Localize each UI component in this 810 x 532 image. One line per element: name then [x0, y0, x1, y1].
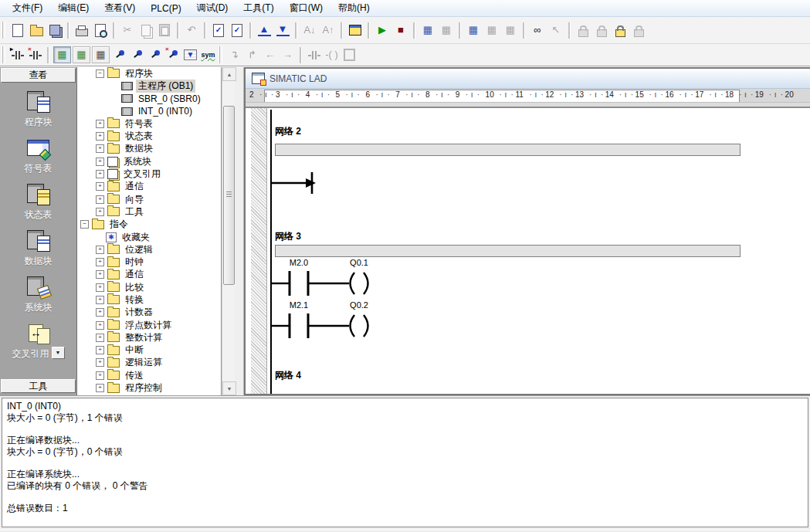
scrollbar-thumb[interactable]	[223, 106, 235, 285]
tree-item-24[interactable]: +传送	[77, 369, 221, 381]
run-mode[interactable]: ▶	[373, 21, 391, 39]
expand-expander[interactable]: +	[96, 358, 104, 367]
next-bookmark[interactable]	[128, 46, 146, 63]
tree-item-9[interactable]: +通信	[77, 181, 221, 193]
scroll-up-arrow[interactable]: ▲	[222, 67, 236, 81]
tree-item-17[interactable]: +比较	[77, 281, 221, 293]
tree-item-5[interactable]: +状态表	[77, 130, 221, 142]
network-2-comment[interactable]	[275, 144, 741, 156]
expand-expander[interactable]: +	[96, 334, 104, 342]
menu-plc[interactable]: PLC(P)	[143, 2, 188, 15]
sidebar-item-4[interactable]: 数据块	[0, 230, 76, 268]
tree-item-4[interactable]: +符号表	[77, 117, 221, 130]
expand-expander[interactable]: +	[96, 270, 104, 279]
menu-debug[interactable]: 调试(D)	[189, 0, 236, 16]
expand-expander[interactable]: +	[96, 132, 104, 141]
download[interactable]: ▼	[273, 21, 292, 39]
view-symbol-info-table[interactable]: ▦	[92, 46, 110, 63]
tree-item-16[interactable]: +通信	[77, 269, 221, 281]
delete-network[interactable]: ×	[26, 46, 44, 63]
rung-1[interactable]: M2.0 Q0.1	[271, 255, 456, 300]
sidebar-item-6[interactable]: ↔交叉引用▼	[0, 323, 76, 361]
symbolic-addressing[interactable]: sym	[199, 46, 217, 63]
expand-expander[interactable]: +	[96, 321, 104, 330]
lad-canvas[interactable]: 网络 2 网络 3 M2.0 Q0.1	[246, 108, 810, 394]
view-pou-comments[interactable]: ▦	[53, 46, 71, 63]
sidebar-item-5[interactable]: 系统块	[0, 276, 76, 314]
tree-item-18[interactable]: +转换	[77, 293, 221, 306]
menu-edit[interactable]: 编辑(E)	[50, 0, 97, 16]
tree-item-6[interactable]: +数据块	[77, 143, 221, 155]
tools-bar-header[interactable]: 工具	[1, 379, 76, 393]
collapse-expander[interactable]: −	[96, 69, 104, 78]
view-status-glasses[interactable]: ∞	[528, 21, 547, 39]
rung-2[interactable]: M2.1 Q0.2	[271, 297, 456, 342]
sidebar-item-1[interactable]: 程序块	[0, 91, 76, 129]
tree-item-0[interactable]: −程序块	[77, 67, 221, 80]
tree-item-2[interactable]: SBR_0 (SBR0)	[77, 93, 221, 105]
apply-symbols[interactable]: ▼	[181, 46, 199, 63]
options[interactable]	[346, 21, 364, 39]
tree-item-20[interactable]: +浮点数计算	[77, 319, 221, 331]
tree-item-21[interactable]: +整数计算	[77, 331, 221, 344]
pane-splitter[interactable]	[235, 67, 244, 395]
chart-status[interactable]: ▦	[464, 21, 483, 39]
open-file[interactable]	[27, 21, 46, 39]
expand-expander[interactable]: +	[96, 144, 104, 153]
tree-item-7[interactable]: +系统块	[77, 155, 221, 168]
expand-expander[interactable]: +	[96, 308, 104, 317]
compile[interactable]: ✓	[209, 21, 228, 39]
tree-item-11[interactable]: +工具	[77, 205, 221, 218]
sidebar-item-2[interactable]: 符号表	[0, 137, 76, 175]
tree-item-3[interactable]: INT_0 (INT0)	[77, 105, 221, 117]
tree-item-25[interactable]: +程序控制	[77, 381, 221, 394]
stop-mode[interactable]: ■	[391, 21, 410, 39]
expand-expander[interactable]: +	[96, 182, 104, 191]
expand-expander[interactable]: +	[96, 246, 104, 254]
tree-item-12[interactable]: −指令	[77, 219, 221, 231]
tree-scrollbar[interactable]: ▲ ▼	[222, 67, 235, 395]
insert-network[interactable]: ▸	[8, 46, 26, 63]
expand-expander[interactable]: +	[96, 158, 104, 166]
expand-expander[interactable]: +	[96, 296, 104, 304]
sidebar-item-3[interactable]: 状态表	[0, 184, 76, 222]
tree-item-19[interactable]: +计数器	[77, 307, 221, 319]
new-file[interactable]	[8, 21, 27, 39]
expand-expander[interactable]: +	[96, 283, 104, 292]
expand-expander[interactable]: +	[96, 120, 104, 128]
print-preview[interactable]	[91, 21, 110, 39]
tree-item-14[interactable]: +位逻辑	[77, 243, 221, 256]
program-status[interactable]: ▦	[419, 21, 437, 39]
menu-window[interactable]: 窗口(W)	[282, 0, 330, 16]
print[interactable]	[73, 21, 91, 39]
menu-help[interactable]: 帮助(H)	[330, 0, 378, 16]
upload[interactable]: ▲	[255, 21, 273, 39]
tree-item-1[interactable]: 主程序 (OB1)	[77, 80, 221, 92]
network-2-label[interactable]: 网络 2	[275, 125, 301, 138]
expand-expander[interactable]: +	[96, 371, 104, 380]
expand-expander[interactable]: +	[96, 170, 104, 178]
tree-item-10[interactable]: +向导	[77, 193, 221, 205]
sidebar-more-button[interactable]: ▼	[52, 347, 65, 359]
network-4-label[interactable]: 网络 4	[275, 369, 301, 382]
tree-item-15[interactable]: +时钟	[77, 256, 221, 268]
expand-expander[interactable]: +	[96, 384, 104, 392]
expand-expander[interactable]: +	[96, 208, 104, 216]
expand-expander[interactable]: +	[96, 258, 104, 266]
menu-file[interactable]: 文件(F)	[5, 0, 50, 16]
scroll-down-arrow[interactable]: ▼	[222, 381, 236, 395]
network-3-label[interactable]: 网络 3	[275, 230, 301, 243]
compile-output[interactable]: INT_0 (INT0)块大小 = 0 (字节)，1 个错误 正在编译数据块..…	[2, 398, 808, 527]
compile-all[interactable]: ✓	[228, 21, 246, 39]
view-network-comments[interactable]: ▦	[73, 46, 90, 63]
menu-tools[interactable]: 工具(T)	[236, 0, 281, 16]
tree-item-22[interactable]: +中断	[77, 344, 221, 357]
menu-view[interactable]: 查看(V)	[97, 0, 143, 16]
expand-expander[interactable]: +	[96, 346, 104, 354]
tree-item-13[interactable]: ✱收藏夹	[77, 231, 221, 243]
tree-item-8[interactable]: +交叉引用	[77, 168, 221, 180]
expand-expander[interactable]: +	[96, 195, 104, 204]
open-branch-arrow[interactable]	[271, 172, 325, 198]
tree-item-23[interactable]: +逻辑运算	[77, 357, 221, 369]
save-all[interactable]	[46, 21, 64, 39]
